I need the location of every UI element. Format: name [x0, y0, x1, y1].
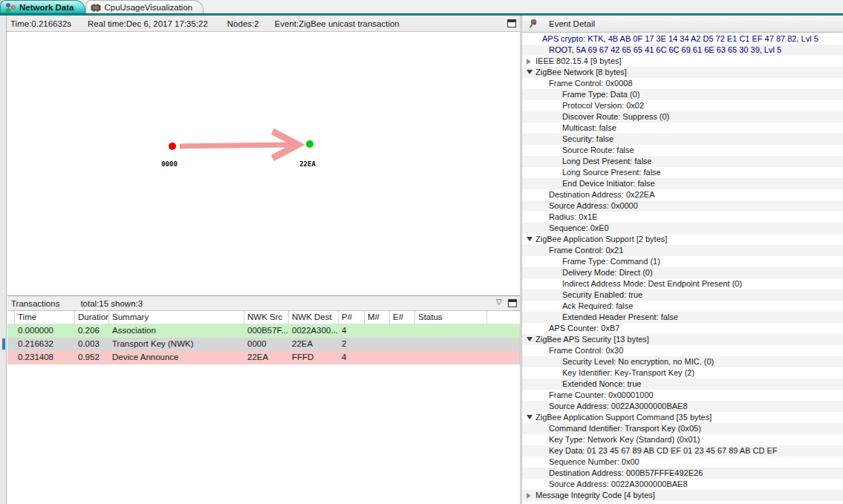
detail-tree-row[interactable]: Discover Route: Suppress (0): [522, 111, 843, 122]
detail-row-text: Frame Control: 0x0008: [549, 79, 633, 88]
detail-tree-row[interactable]: Key Type: Network Key (Standard) (0x01): [522, 434, 843, 445]
detail-tree-row[interactable]: Destination Address: 000B57FFFE492E26: [522, 468, 843, 479]
detail-row-text: Command Identifier: Transport Key (0x05): [549, 424, 701, 433]
detail-row-text: ROOT, 5A 69 67 42 65 65 41 6C 6C 69 61 6…: [549, 45, 781, 54]
detail-tree-row[interactable]: Ack Required: false: [522, 301, 843, 312]
detail-row-text: Destination Address: 000B57FFFE492E26: [549, 468, 703, 477]
detail-tree-row[interactable]: ZigBee Application Support Command [35 b…: [522, 412, 843, 423]
cell: [365, 324, 390, 338]
detail-tree-row[interactable]: Long Source Present: false: [522, 167, 843, 178]
detail-tree-row[interactable]: Key Identifier: Key-Transport Key (2): [522, 367, 843, 379]
detail-tree-row[interactable]: Protocol Version: 0x02: [522, 100, 843, 111]
cell: 2: [339, 338, 365, 351]
detail-tree-row[interactable]: ZigBee Network [8 bytes]: [522, 67, 843, 78]
network-graph-icon: [5, 2, 16, 13]
detail-tree-row[interactable]: Source Address: 0022A3000000BAE8: [522, 401, 843, 412]
detail-tree-row[interactable]: APS Counter: 0xB7: [522, 323, 843, 334]
cell: 0000: [244, 338, 289, 351]
detail-tree-row[interactable]: Source Address: 0x0000: [522, 200, 843, 212]
cell: 0022A300...: [289, 324, 339, 338]
real-time-readout: Real time:Dec 6, 2017 17:35:22: [88, 19, 208, 28]
network-analyzer-window: Network Data CpuUsageVisualization Time:…: [0, 0, 843, 504]
maximize-icon[interactable]: [507, 19, 516, 27]
transaction-row[interactable]: 0.2166320.003Transport Key (NWK)000022EA…: [7, 338, 520, 351]
detail-tree-row[interactable]: Frame Control: 0x21: [522, 245, 843, 256]
expanded-triangle-icon[interactable]: [527, 337, 533, 341]
detail-tree-row[interactable]: Extended Header Present: false: [522, 312, 843, 323]
expanded-triangle-icon[interactable]: [527, 70, 533, 74]
maximize-icon[interactable]: [508, 299, 517, 307]
column-header-Time: Time: [15, 311, 75, 324]
detail-tree-row[interactable]: Delivery Mode: Direct (0): [522, 267, 843, 278]
detail-tree-row[interactable]: Source Route: false: [522, 145, 843, 156]
node-0000[interactable]: [169, 143, 176, 150]
detail-tree-row[interactable]: End Device Initiator: false: [522, 178, 843, 189]
detail-tree-row[interactable]: Sequence: 0xE0: [522, 223, 843, 234]
network-map-canvas[interactable]: 0000 22EA: [7, 33, 520, 295]
detail-tree-row[interactable]: Frame Type: Command (1): [522, 256, 843, 267]
detail-tree-row[interactable]: ZigBee APS Security [13 bytes]: [522, 334, 843, 345]
event-readout: Event:ZigBee unicast transaction: [275, 19, 400, 28]
pushpin-icon: [528, 19, 538, 29]
cell: FFFD: [289, 351, 339, 364]
detail-row-text: Message Integrity Code [4 bytes]: [536, 491, 655, 500]
transaction-row[interactable]: 0.2314080.952Device Announce22EAFFFD4: [7, 351, 520, 364]
detail-tree-row[interactable]: Frame Counter: 0x00001000: [522, 390, 843, 401]
collapsed-triangle-icon[interactable]: [527, 59, 531, 65]
detail-tree-row[interactable]: Message Integrity Code [4 bytes]: [522, 490, 843, 501]
detail-tree-row[interactable]: IEEE 802.15.4 [9 bytes]: [522, 56, 843, 67]
detail-tree-row[interactable]: Destination Address: 0x22EA: [522, 189, 843, 200]
detail-tree-row[interactable]: Frame Control: 0x0008: [522, 78, 843, 89]
transaction-row[interactable]: 0.0000000.206Association000B57F...0022A3…: [7, 324, 520, 338]
detail-row-text: Frame Control: 0x21: [549, 246, 623, 255]
tab-network-data[interactable]: Network Data: [0, 0, 85, 13]
detail-tree-row[interactable]: Radius: 0x1E: [522, 212, 843, 223]
detail-tree-row[interactable]: Key Data: 01 23 45 67 89 AB CD EF 01 23 …: [522, 445, 843, 456]
detail-tree-row[interactable]: Source Address: 0022A3000000BAE8: [522, 479, 843, 490]
detail-row-text: Discover Route: Suppress (0): [562, 112, 669, 121]
detail-row-text: Source Address: 0x0000: [549, 201, 638, 210]
detail-tree-row[interactable]: APS crypto: KTK, 4B AB 0F 17 3E 14 34 A2…: [522, 33, 843, 45]
detail-tree-row[interactable]: Indirect Address Mode: Dest Endpoint Pre…: [522, 278, 843, 289]
detail-tree-row[interactable]: Security Enabled: true: [522, 289, 843, 301]
cell: [7, 338, 15, 351]
detail-row-text: Frame Counter: 0x00001000: [549, 390, 654, 399]
transactions-panel: Transactions total:15 shown:3 ▽ TimeDura…: [7, 295, 520, 504]
detail-tree-row[interactable]: Frame Control: 0x30: [522, 345, 843, 356]
detail-row-text: Security: false: [562, 134, 613, 143]
detail-tree-row[interactable]: Frame Type: Data (0): [522, 89, 843, 100]
column-header-Status: Status: [415, 311, 487, 324]
tab-cpu-usage-visualization[interactable]: CpuUsageVisualization: [85, 0, 204, 13]
transactions-title: Transactions: [11, 299, 59, 308]
tab-bar: Network Data CpuUsageVisualization: [0, 0, 843, 13]
cell: Transport Key (NWK): [109, 338, 244, 351]
view-menu-icon[interactable]: ▽: [496, 298, 502, 306]
expanded-triangle-icon[interactable]: [527, 415, 533, 419]
cell: Association: [109, 324, 244, 338]
collapsed-triangle-icon[interactable]: [527, 493, 531, 499]
column-header-M#: M#: [365, 311, 390, 324]
event-detail-title: Event Detail: [549, 19, 595, 28]
detail-tree-row[interactable]: Sequence Number: 0x00: [522, 456, 843, 468]
column-header-NWK Dest: NWK Dest: [289, 311, 339, 324]
detail-tree-row[interactable]: Command Identifier: Transport Key (0x05): [522, 423, 843, 434]
detail-tree-row[interactable]: Multicast: false: [522, 122, 843, 134]
transactions-column-header[interactable]: TimeDurationSummaryNWK SrcNWK DestP#M#E#…: [7, 311, 520, 324]
column-header-P#: P#: [339, 311, 365, 324]
detail-tree-row[interactable]: ROOT, 5A 69 67 42 65 65 41 6C 6C 69 61 6…: [522, 45, 843, 56]
expanded-triangle-icon[interactable]: [527, 237, 533, 241]
cell: [7, 324, 15, 338]
detail-row-text: Key Identifier: Key-Transport Key (2): [562, 368, 694, 377]
detail-tree-row[interactable]: ZigBee Application Support [2 bytes]: [522, 234, 843, 245]
detail-row-text: APS Counter: 0xB7: [549, 324, 619, 333]
detail-tree-row[interactable]: Long Dest Present: false: [522, 156, 843, 167]
event-detail-panel: Event Detail APS crypto: KTK, 4B AB 0F 1…: [522, 16, 843, 504]
detail-tree-row[interactable]: Security: false: [522, 134, 843, 145]
cell: [7, 351, 15, 364]
detail-tree-row[interactable]: Extended Nonce: true: [522, 379, 843, 390]
detail-tree-row[interactable]: Security Level: No encryption, no MIC. (…: [522, 356, 843, 367]
transactions-header: Transactions total:15 shown:3 ▽: [7, 296, 520, 311]
detail-row-text: Long Dest Present: false: [562, 157, 651, 166]
node-22EA[interactable]: [306, 140, 313, 148]
cell: 000B57F...: [244, 324, 289, 338]
